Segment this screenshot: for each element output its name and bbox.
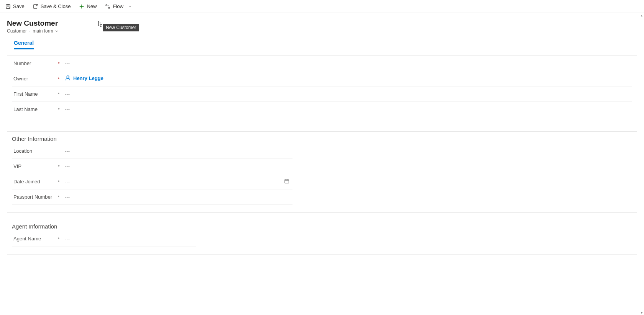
save-label: Save: [13, 3, 25, 9]
page-header: New Customer Customer · main form New Cu…: [0, 13, 644, 49]
plus-icon: [79, 4, 84, 9]
field-last-name-label: Last Name: [12, 106, 58, 112]
required-mark: *: [58, 195, 65, 199]
field-owner-value[interactable]: Henry Legge: [65, 75, 632, 82]
person-icon: [65, 75, 71, 81]
field-date-joined[interactable]: Date Joined * ---: [12, 174, 292, 189]
section-general: Number * --- Owner * Henry Legge First N…: [7, 55, 637, 125]
calendar-icon[interactable]: [284, 178, 289, 185]
form-selector[interactable]: main form: [33, 28, 58, 34]
save-icon: [5, 4, 11, 9]
field-date-joined-label: Date Joined: [12, 179, 58, 184]
section-agent-information: Agent Information Agent Name * ---: [7, 219, 637, 255]
field-passport-label: Passport Number: [12, 194, 58, 200]
form-name: main form: [33, 28, 53, 34]
breadcrumb-separator: ·: [29, 28, 30, 34]
flow-button[interactable]: Flow: [103, 2, 135, 11]
section-other-information: Other Information Location --- VIP * ---…: [7, 131, 637, 213]
field-last-name-value[interactable]: ---: [65, 106, 632, 112]
save-close-button[interactable]: Save & Close: [31, 2, 73, 11]
breadcrumb-entity: Customer: [7, 28, 27, 34]
scroll-up-icon[interactable]: ▴: [640, 14, 643, 17]
field-vip[interactable]: VIP * ---: [12, 159, 292, 174]
field-owner-label: Owner: [12, 76, 58, 82]
field-owner[interactable]: Owner * Henry Legge: [12, 71, 632, 87]
owner-lookup-chip[interactable]: Henry Legge: [65, 75, 104, 81]
new-button[interactable]: New: [77, 2, 99, 11]
svg-point-4: [106, 4, 107, 6]
field-passport[interactable]: Passport Number * ---: [12, 189, 292, 205]
svg-rect-7: [285, 180, 289, 183]
section-other-title: Other Information: [7, 132, 637, 144]
field-passport-value[interactable]: ---: [65, 194, 292, 200]
command-bar: Save Save & Close New Flow: [0, 0, 644, 13]
field-number-label: Number: [12, 60, 58, 66]
required-mark: *: [58, 61, 65, 66]
chevron-down-icon: [55, 29, 59, 33]
required-mark: *: [58, 180, 65, 184]
save-button[interactable]: Save: [3, 2, 27, 11]
required-mark: *: [58, 107, 65, 112]
field-location[interactable]: Location ---: [12, 144, 292, 159]
field-vip-value[interactable]: ---: [65, 163, 292, 169]
field-vip-label: VIP: [12, 163, 58, 169]
field-first-name-value[interactable]: ---: [65, 91, 632, 97]
field-date-joined-value[interactable]: ---: [65, 179, 292, 184]
flow-label: Flow: [113, 3, 123, 9]
owner-name: Henry Legge: [73, 75, 104, 81]
scrollbar[interactable]: ▴ ▾: [639, 13, 644, 255]
form-tabs: General: [7, 40, 637, 49]
page-title: New Customer: [7, 19, 637, 28]
field-number[interactable]: Number * ---: [12, 56, 632, 71]
breadcrumb: Customer · main form: [7, 28, 637, 34]
field-location-value[interactable]: ---: [65, 148, 292, 154]
flow-icon: [105, 4, 110, 9]
field-agent-name-value[interactable]: ---: [65, 236, 196, 242]
field-agent-name[interactable]: Agent Name * ---: [12, 231, 196, 246]
svg-rect-0: [6, 4, 10, 8]
required-mark: *: [58, 92, 65, 96]
section-agent-title: Agent Information: [7, 219, 637, 231]
field-last-name[interactable]: Last Name * ---: [12, 102, 632, 117]
field-agent-name-label: Agent Name: [12, 236, 58, 242]
new-label: New: [87, 3, 97, 9]
save-close-icon: [33, 4, 38, 9]
svg-rect-2: [7, 7, 9, 8]
svg-rect-1: [7, 4, 9, 6]
svg-rect-3: [33, 4, 37, 8]
save-close-label: Save & Close: [41, 3, 71, 9]
svg-point-5: [108, 7, 110, 8]
field-first-name-label: First Name: [12, 91, 58, 97]
required-mark: *: [58, 237, 65, 241]
chevron-down-icon: [127, 4, 133, 9]
required-mark: *: [58, 164, 65, 169]
field-number-value[interactable]: ---: [65, 60, 632, 66]
required-mark: *: [58, 77, 65, 81]
svg-point-6: [67, 76, 69, 78]
field-location-label: Location: [12, 148, 58, 154]
field-first-name[interactable]: First Name * ---: [12, 87, 632, 102]
tab-general[interactable]: General: [14, 40, 34, 49]
